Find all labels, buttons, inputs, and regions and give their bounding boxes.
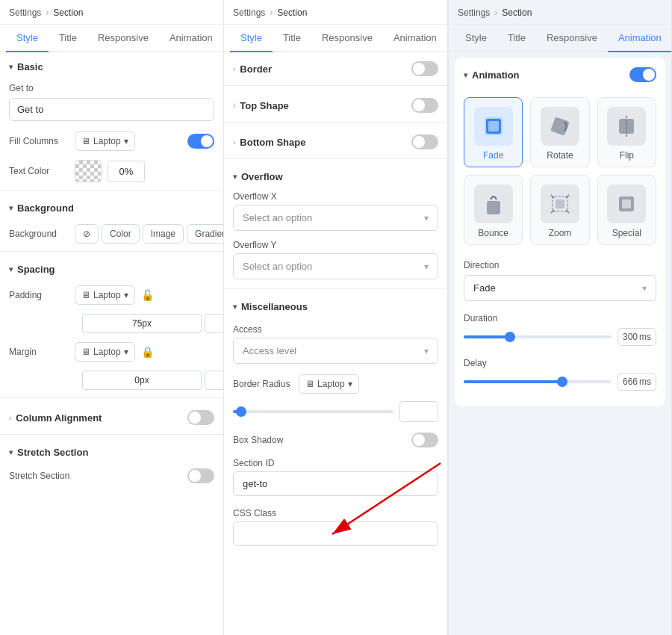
background-buttons: ⊘ Color Image Gradient Video [75,224,224,244]
border-radius-device[interactable]: 🖥 Laptop ▾ [299,374,359,394]
duration-slider[interactable] [464,335,612,338]
top-shape-header[interactable]: › Top Shape [224,89,447,119]
padding-lock-icon[interactable]: 🔓 [141,289,154,301]
css-class-label: CSS Class [233,508,438,518]
border-radius-device-label: Laptop [317,379,345,389]
border-header[interactable]: › Border [224,52,447,82]
css-class-input[interactable] [233,521,438,546]
padding-row: Padding 🖥 Laptop ▾ 🔓 [0,281,223,309]
border-radius-slider[interactable] [233,410,393,413]
tab-responsive-left[interactable]: Responsive [87,25,159,52]
device-chevron-icon: ▾ [124,136,128,146]
section-id-label: Section ID [233,458,438,468]
box-shadow-toggle[interactable] [411,433,438,447]
direction-select[interactable]: Fade ▾ [464,275,656,301]
text-color-pct[interactable] [108,161,145,182]
padding-top[interactable]: 75px [82,314,202,333]
tab-style-mid[interactable]: Style [230,25,273,52]
duration-value[interactable]: 300 [623,332,638,342]
overflow-y-select[interactable]: Select an option ▾ [233,253,438,279]
bg-color-btn[interactable]: Color [102,224,140,244]
anim-card-flip[interactable]: Flip [597,97,656,167]
padding-right[interactable]: 0px [205,314,224,333]
fill-columns-device[interactable]: 🖥 Laptop ▾ [75,131,135,151]
column-alignment-toggle[interactable] [187,410,214,425]
column-alignment-header[interactable]: › Column Alignment [0,401,223,431]
padding-device-label: Laptop [93,290,121,300]
margin-right[interactable] [205,371,224,390]
bg-circle-slash-btn[interactable]: ⊘ [75,224,99,244]
overflow-x-select[interactable]: Select an option ▾ [233,205,438,231]
stretch-section-header[interactable]: ▾ Stretch Section [0,438,223,464]
admin-label-input[interactable] [9,98,214,121]
text-color-swatch[interactable] [75,160,102,182]
anim-card-fade[interactable]: Fade [464,97,523,167]
delay-value[interactable]: 666 [623,377,638,387]
section-id-input[interactable] [233,471,438,496]
overflow-y-chevron-icon: ▾ [424,261,429,272]
stretch-arrow-icon: ▾ [9,448,13,456]
top-shape-title: Top Shape [240,100,288,111]
border-radius-value[interactable] [399,401,438,422]
background-section-header[interactable]: ▾ Background [0,193,223,220]
bg-image-btn[interactable]: Image [143,224,184,244]
spacing-section-header[interactable]: ▾ Spacing [0,255,223,281]
special-icon-box [607,185,646,223]
top-shape-toggle[interactable] [411,98,438,113]
padding-device[interactable]: 🖥 Laptop ▾ [75,285,135,305]
basic-section-header[interactable]: ▾ Basic [0,52,223,78]
margin-top[interactable] [82,371,202,390]
tab-responsive-right[interactable]: Responsive [536,25,608,52]
fade-label: Fade [483,150,503,161]
bottom-shape-toggle[interactable] [411,134,438,149]
margin-lock-icon[interactable]: 🔒 [141,346,154,358]
fade-icon-box [474,107,513,146]
admin-label-row: Get to [0,78,223,98]
top-shape-arrow-icon: › [233,102,235,110]
direction-value: Fade [473,282,496,294]
text-color-label: Text Color [9,166,69,176]
background-title: Background [17,202,74,214]
margin-device[interactable]: 🖥 Laptop ▾ [75,342,135,362]
access-section: Access Access level ▾ [224,318,447,370]
animation-title: Animation [472,69,520,81]
right-breadcrumb-settings[interactable]: Settings [458,7,490,18]
tab-title-mid[interactable]: Title [273,25,311,52]
fill-columns-toggle[interactable] [187,134,214,149]
anim-card-special[interactable]: Special [597,175,656,245]
anim-card-rotate[interactable]: Rotate [530,97,589,167]
animation-arrow-icon: ▾ [464,71,467,79]
misc-header[interactable]: ▾ Miscellaneous [224,292,447,318]
tab-title-right[interactable]: Title [497,25,536,52]
animation-toggle[interactable] [629,67,656,82]
tab-style-left[interactable]: Style [6,25,49,52]
anim-card-zoom[interactable]: Zoom [530,175,589,245]
tab-style-right[interactable]: Style [455,25,497,52]
margin-inputs [82,371,224,390]
misc-arrow-icon: ▾ [233,303,237,311]
overflow-header[interactable]: ▾ Overflow [224,162,447,188]
column-alignment-title: Column Alignment [16,412,102,424]
breadcrumb-settings[interactable]: Settings [9,7,41,18]
border-toggle[interactable] [411,61,438,76]
breadcrumb-sep: › [46,7,49,18]
delay-slider[interactable] [464,380,612,383]
bottom-shape-title: Bottom Shape [240,137,305,148]
animation-section-header[interactable]: ▾ Animation [455,58,665,88]
middle-panel: Settings › Section Style Title Responsiv… [224,0,448,635]
tab-animation-mid[interactable]: Animation [383,25,447,52]
bg-gradient-btn[interactable]: Gradient [187,224,224,244]
tab-animation-left[interactable]: Animation [159,25,223,52]
border-title: Border [240,64,272,75]
tab-title-left[interactable]: Title [49,25,87,52]
bottom-shape-header[interactable]: › Bottom Shape [224,126,447,155]
access-select[interactable]: Access level ▾ [233,338,438,364]
special-label: Special [612,228,641,238]
background-row: Background ⊘ Color Image Gradient Video [0,220,223,248]
tab-animation-right[interactable]: Animation [608,25,672,52]
stretch-toggle[interactable] [187,468,214,483]
anim-card-bounce[interactable]: Bounce [464,175,523,245]
svg-rect-16 [622,199,631,208]
mid-breadcrumb-settings[interactable]: Settings [233,7,265,18]
tab-responsive-mid[interactable]: Responsive [311,25,383,52]
